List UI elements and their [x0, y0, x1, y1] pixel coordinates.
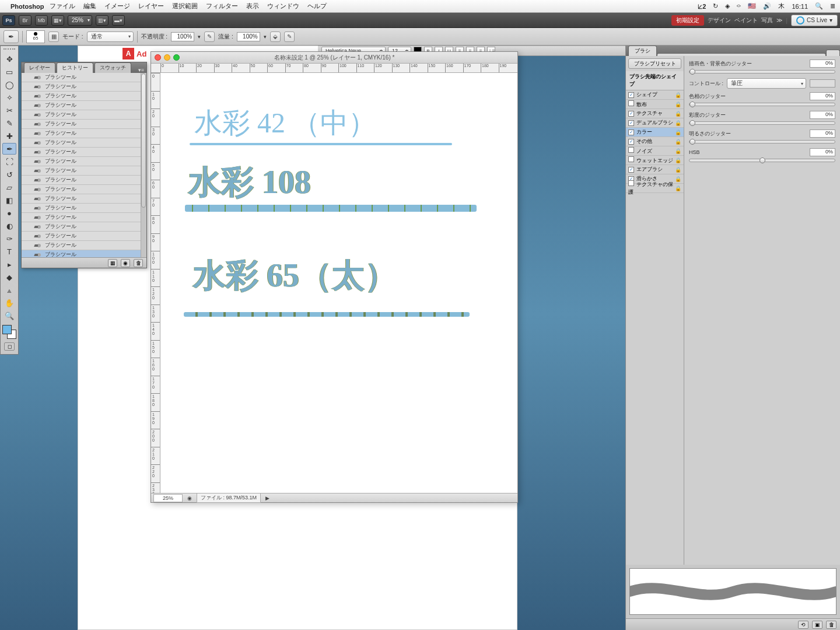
brush-option-row[interactable]: エアブラシ🔒 — [626, 165, 684, 174]
fgbg-jitter-value[interactable]: 0% — [810, 60, 835, 68]
status-zoom[interactable]: 25% — [153, 494, 183, 502]
fgbg-jitter-slider[interactable] — [689, 70, 835, 74]
sat-jitter-slider[interactable] — [689, 121, 835, 125]
workspace-photo[interactable]: 写真 — [761, 16, 773, 24]
close-window-button[interactable] — [155, 54, 161, 61]
zoom-tool[interactable]: 🔍 — [2, 310, 16, 321]
status-arrow-icon[interactable]: ◉ — [187, 495, 192, 501]
delete-brush-button[interactable]: 🗑 — [826, 621, 836, 629]
workspace-design[interactable]: デザイン — [708, 16, 731, 24]
tab-history[interactable]: ヒストリー — [57, 62, 93, 73]
history-list[interactable]: ブラシツールブラシツールブラシツールブラシツールブラシツールブラシツールブラシツ… — [22, 73, 146, 257]
quickmask-button[interactable]: ◻ — [4, 342, 15, 351]
lock-icon[interactable]: 🔒 — [675, 158, 681, 163]
control-amount[interactable] — [810, 79, 835, 88]
scrollbar-thumb[interactable] — [141, 74, 146, 208]
menu-edit[interactable]: 編集 — [83, 2, 96, 10]
menu-layer[interactable]: レイヤー — [138, 2, 164, 10]
brush-option-row[interactable]: デュアルブラシ🔒 — [626, 118, 684, 128]
healing-tool[interactable]: ✚ — [2, 130, 16, 142]
sync-icon[interactable]: ↻ — [713, 2, 718, 10]
minimize-window-button[interactable] — [164, 54, 170, 61]
dropbox-icon[interactable]: ◈ — [725, 2, 730, 10]
history-row[interactable]: ブラシツール — [22, 176, 146, 185]
shape-tool[interactable]: ◆ — [2, 271, 16, 283]
lock-icon[interactable]: 🔒 — [675, 130, 681, 135]
new-snapshot-button[interactable]: ◉ — [121, 259, 130, 267]
ps-home-button[interactable]: Ps — [2, 15, 15, 26]
brush-panel-toggle[interactable]: ▦ — [48, 32, 59, 42]
wifi-icon[interactable]: ⌔ — [737, 3, 741, 10]
lock-icon[interactable]: 🔒 — [675, 139, 681, 145]
menu-window[interactable]: ウィンドウ — [267, 2, 299, 10]
cs-live-button[interactable]: CS Live▾ — [791, 15, 838, 26]
checkbox[interactable] — [628, 100, 634, 106]
brush-option-row[interactable]: ウェットエッジ🔒 — [626, 156, 684, 165]
checkbox[interactable] — [628, 120, 634, 126]
hsb-value[interactable]: 0% — [810, 148, 835, 156]
history-row[interactable]: ブラシツール — [22, 194, 146, 204]
tab-swatches[interactable]: スウォッチ — [94, 62, 131, 73]
brush-option-row[interactable]: テクスチャの保護🔒 — [626, 184, 684, 193]
checkbox[interactable] — [628, 156, 634, 162]
checkbox[interactable] — [628, 111, 634, 117]
document-titlebar[interactable]: 名称未設定 1 @ 25% (レイヤー 1, CMYK/16) * — [151, 52, 517, 64]
history-row[interactable]: ブラシツール — [22, 241, 146, 250]
marquee-tool[interactable]: ▭ — [2, 66, 16, 78]
minibridge-button[interactable]: Mb — [35, 15, 48, 26]
brush-option-row[interactable]: ノイズ🔒 — [626, 146, 684, 156]
workspace-default[interactable]: 初期設定 — [671, 15, 704, 26]
history-row[interactable]: ブラシツール — [22, 166, 146, 176]
brush-option-row[interactable]: 散布🔒 — [626, 100, 684, 109]
menu-filter[interactable]: フィルター — [206, 2, 238, 10]
lock-icon[interactable]: 🔒 — [675, 148, 681, 154]
workspace-more[interactable]: ≫ — [776, 17, 782, 23]
stamp-tool[interactable]: ⛶ — [2, 156, 16, 167]
move-tool[interactable]: ✥ — [2, 53, 16, 65]
history-row[interactable]: ブラシツール — [22, 250, 146, 257]
app-name[interactable]: Photoshop — [10, 3, 44, 10]
panel-grip-icon[interactable] — [4, 48, 15, 52]
checkbox[interactable] — [628, 139, 634, 145]
crop-tool[interactable]: ✂︎ — [2, 104, 16, 116]
history-row[interactable]: ブラシツール — [22, 222, 146, 232]
history-scrollbar[interactable] — [141, 73, 146, 257]
tab-layers[interactable]: レイヤー — [24, 62, 55, 73]
3d-tool[interactable]: ⟁ — [2, 284, 16, 296]
delete-history-button[interactable]: 🗑 — [134, 259, 143, 267]
history-row[interactable]: ブラシツール — [22, 213, 146, 222]
pen-tool[interactable]: ✑ — [2, 233, 16, 244]
history-row[interactable]: ブラシツール — [22, 138, 146, 148]
lock-icon[interactable]: 🔒 — [675, 111, 681, 117]
current-tool-icon[interactable]: ✒︎ — [4, 30, 19, 43]
gradient-tool[interactable]: ◧ — [2, 194, 16, 206]
opacity-input[interactable]: 100% — [171, 32, 194, 41]
status-info[interactable]: ファイル : 98.7M/53.1M — [197, 493, 261, 503]
checkbox[interactable] — [628, 130, 634, 135]
status-more-icon[interactable]: ▶ — [265, 495, 270, 501]
blur-tool[interactable]: ● — [2, 207, 16, 219]
history-row[interactable]: ブラシツール — [22, 92, 146, 101]
lock-icon[interactable]: 🔒 — [675, 120, 681, 126]
brush-option-row[interactable]: カラー🔒 — [626, 128, 684, 137]
foreground-color-swatch[interactable] — [2, 325, 12, 334]
airbrush-button[interactable]: ⬙ — [270, 32, 281, 42]
eyedropper-tool[interactable]: ✎ — [2, 117, 16, 129]
history-row[interactable]: ブラシツール — [22, 120, 146, 129]
input-flag-icon[interactable]: 🇺🇸 — [748, 2, 756, 10]
brush-option-row[interactable]: その他🔒 — [626, 137, 684, 146]
history-row[interactable]: ブラシツール — [22, 185, 146, 194]
vertical-ruler[interactable]: 0102030405060708090100110120130140150160… — [151, 73, 160, 493]
bridge-button[interactable]: Br — [19, 15, 32, 26]
spotlight-icon[interactable]: 🔍 — [815, 2, 823, 10]
lock-icon[interactable]: 🔒 — [675, 92, 681, 98]
brush-preset-picker[interactable]: 65 — [26, 30, 45, 43]
clock-day[interactable]: 木 — [778, 2, 785, 10]
opacity-pressure-button[interactable]: ✎ — [204, 32, 215, 42]
bri-jitter-slider[interactable] — [689, 140, 835, 144]
flow-input[interactable]: 100% — [237, 32, 260, 41]
menu-view[interactable]: 表示 — [246, 2, 259, 10]
arrange-docs-button[interactable]: ▥▾ — [96, 15, 108, 26]
hue-jitter-slider[interactable] — [689, 103, 835, 106]
brush-presets-button[interactable]: ブラシプリセット — [628, 58, 681, 69]
